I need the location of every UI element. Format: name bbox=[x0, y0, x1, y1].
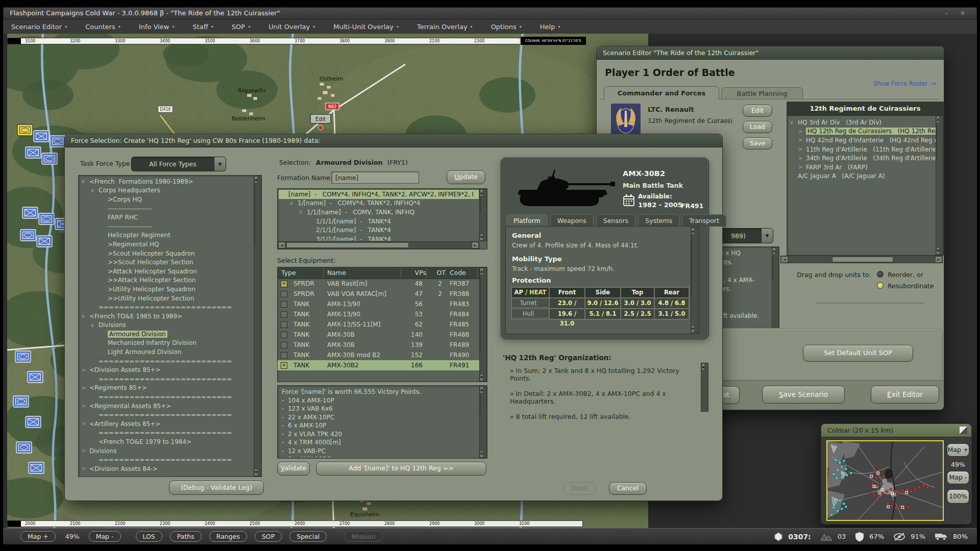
cancel-button[interactable]: Cancel bbox=[609, 482, 647, 495]
chevron-collapsed-icon[interactable]: > bbox=[82, 403, 89, 409]
chevron-expanded-icon[interactable]: v bbox=[91, 322, 99, 328]
tab-transport[interactable]: Transport bbox=[682, 214, 726, 227]
chevron-expanded-icon[interactable]: v bbox=[82, 179, 89, 184]
unit-counter[interactable] bbox=[34, 131, 49, 142]
regiment-tree-item[interactable]: >11th Reg d'Artillerie (11th Reg d'Artil… bbox=[788, 145, 942, 154]
tree-item[interactable]: >Utility Helicopter Squadron bbox=[80, 285, 253, 294]
chevron-collapsed-icon[interactable]: > bbox=[798, 146, 806, 152]
validate-button[interactable]: Validate bbox=[277, 462, 310, 475]
regiment-tree-item[interactable]: >FARP 3rd Ar (FARP) bbox=[788, 163, 942, 172]
equipment-table-scrollbar[interactable]: ▲▼ bbox=[479, 267, 487, 382]
formation-name-input[interactable]: [name] bbox=[331, 171, 419, 184]
regiment-tree-scrollbar[interactable]: ▲▼ bbox=[936, 115, 943, 255]
tab-commander-and-forces[interactable]: Commander and Forces bbox=[604, 86, 719, 99]
chevron-collapsed-icon[interactable]: > bbox=[82, 385, 89, 391]
unit-detail-scrollbar[interactable]: ▲▼ bbox=[691, 227, 698, 333]
minimap-zoom-out-button[interactable]: Map - bbox=[947, 471, 969, 484]
equipment-row[interactable]: TANKAMX-30B139FR489 bbox=[278, 340, 479, 350]
checkbox-unchecked[interactable] bbox=[281, 291, 287, 297]
tab-weapons[interactable]: Weapons bbox=[550, 214, 594, 227]
unit-counter[interactable] bbox=[26, 416, 41, 428]
equipment-row[interactable]: ✕SPRDRVAB Rasit[m]482FR387 bbox=[278, 279, 479, 289]
chevron-expanded-icon[interactable]: v bbox=[91, 188, 99, 193]
tree-item[interactable]: ========================== bbox=[80, 392, 253, 402]
tree-item[interactable]: ========================== bbox=[80, 410, 253, 419]
edit-button[interactable]: Edit bbox=[743, 105, 772, 117]
unit-counter[interactable] bbox=[28, 371, 43, 383]
menu-multi-unit-overlay[interactable]: Multi-Unit Overlay▾ bbox=[333, 23, 399, 31]
equipment-row[interactable]: TANKAMX-13/9053FR484 bbox=[278, 309, 479, 319]
menu-counters[interactable]: Counters▾ bbox=[85, 23, 120, 31]
chevron-collapsed-icon[interactable]: > bbox=[798, 164, 806, 170]
unit-counter[interactable] bbox=[13, 396, 29, 407]
tree-item[interactable]: v<French TO&E 1985 to 1989> bbox=[80, 312, 253, 321]
window-controls[interactable]: – ✕ bbox=[945, 8, 970, 19]
tree-item[interactable]: 2/1/1/[name] - TANK*4 bbox=[279, 226, 479, 235]
force-summary-scrollbar[interactable]: ▲▼ bbox=[479, 386, 487, 458]
menu-info-view[interactable]: Info View▾ bbox=[139, 23, 175, 31]
exit-editor-button[interactable]: Exit Editor bbox=[871, 386, 939, 404]
ranges-button[interactable]: Ranges bbox=[209, 531, 247, 542]
unit-counter[interactable] bbox=[16, 442, 32, 453]
tree-item[interactable]: v1/1/[name] - COMV, TANK, INFHQ bbox=[279, 208, 479, 217]
chevron-expanded-icon[interactable]: v bbox=[82, 313, 89, 319]
regiment-tree-item[interactable]: >HQ 12th Reg de Cuirassiers (HQ 12th Reg… bbox=[788, 127, 942, 136]
set-default-unit-sop-button[interactable]: Set Default Unit SOP bbox=[803, 345, 913, 362]
unit-counter[interactable] bbox=[37, 236, 52, 247]
tree-item[interactable]: ><Division Assets 84-> bbox=[80, 464, 253, 473]
tree-item[interactable]: vCorps Headquarters bbox=[80, 186, 253, 195]
menu-scenario-editor[interactable]: Scenario Editor▾ bbox=[11, 23, 67, 31]
chevron-collapsed-icon[interactable]: > bbox=[82, 421, 89, 427]
unit-counter[interactable] bbox=[26, 147, 41, 158]
resize-icon[interactable] bbox=[960, 427, 967, 434]
checkbox-unchecked[interactable] bbox=[281, 342, 287, 348]
save-scenario-button[interactable]: Save Scenario bbox=[762, 386, 845, 404]
tree-item[interactable]: vDivisions bbox=[80, 321, 253, 330]
tree-item[interactable]: ><Division Assets 85+> bbox=[80, 365, 253, 374]
chevron-down-icon[interactable]: ▼ bbox=[214, 157, 226, 171]
tree-item[interactable]: FARP RHC bbox=[80, 213, 253, 222]
chevron-expanded-icon[interactable]: v bbox=[281, 191, 288, 197]
equipment-row[interactable]: SPRDRVAB VOA RATAC[m]472FR388 bbox=[278, 289, 479, 299]
menu-unit-overlay[interactable]: Unit Overlay▾ bbox=[268, 23, 315, 31]
tree-item[interactable]: -------------------- bbox=[80, 222, 253, 231]
checkbox-unchecked[interactable] bbox=[281, 332, 287, 338]
tree-item[interactable]: >Scout Helicopter Squadron bbox=[80, 249, 253, 258]
tree-item[interactable]: ><Regimental Assets 85+> bbox=[80, 402, 253, 411]
checkbox-checked[interactable]: ✕ bbox=[281, 281, 287, 287]
special-button[interactable]: Special bbox=[289, 531, 327, 542]
tree-item[interactable]: ><Regiments 85+> bbox=[80, 384, 253, 393]
tree-item[interactable]: ========================== bbox=[80, 374, 253, 384]
tree-item[interactable]: 3/1/1/[name] - TANK*4 bbox=[279, 235, 479, 241]
menu-sop[interactable]: SOP▾ bbox=[232, 23, 250, 31]
chevron-expanded-icon[interactable]: v bbox=[290, 201, 298, 206]
los-button[interactable]: LOS bbox=[136, 531, 162, 542]
chevron-collapsed-icon[interactable]: > bbox=[82, 367, 89, 373]
tree-item[interactable]: >>Scout Helicopter Section bbox=[80, 258, 253, 267]
menu-staff[interactable]: Staff▾ bbox=[193, 23, 213, 31]
regiment-tree-item[interactable]: A/C Jaguar A (A/C Jaguar A) bbox=[788, 172, 942, 181]
equipment-row[interactable]: TANKAMX-13/SS-11[M]62FR485 bbox=[278, 319, 479, 330]
equipment-row[interactable]: TANKAMX-30B140FR488 bbox=[278, 330, 479, 340]
tree-item[interactable]: >>Utility Helicopter Section bbox=[80, 294, 253, 303]
regiment-tree-hscrollbar[interactable]: ◄ ► bbox=[780, 256, 943, 263]
tab-systems[interactable]: Systems bbox=[638, 214, 679, 227]
minimap-zoom-full-button[interactable]: 100% bbox=[947, 489, 969, 504]
menu-terrain-overlay[interactable]: Terrain Overlay▾ bbox=[417, 23, 473, 31]
tree-item[interactable]: <French TO&E 1979 to 1984> bbox=[80, 437, 253, 446]
tree-item[interactable]: ========================== bbox=[80, 303, 253, 312]
paths-button[interactable]: Paths bbox=[170, 531, 202, 542]
show-force-roster-link[interactable]: Show Force Roster -> bbox=[873, 80, 937, 87]
chevron-down-icon[interactable]: ▼ bbox=[761, 229, 773, 243]
organization-scrollbar[interactable]: ▲ bbox=[701, 363, 708, 412]
formation-tree-hscrollbar[interactable]: ◄ ► bbox=[278, 241, 479, 249]
tree-item[interactable]: >Divisions bbox=[80, 446, 253, 456]
tab-battle-planning[interactable]: Battle Planning bbox=[721, 87, 803, 99]
unit-counter[interactable] bbox=[50, 136, 65, 147]
formation-tree-scrollbar[interactable]: ▲▼ bbox=[479, 189, 487, 241]
tree-item[interactable]: Helicopter Regiment bbox=[80, 231, 253, 240]
checkbox-unchecked[interactable] bbox=[281, 301, 287, 308]
equipment-row[interactable]: TANKAMX-13/9056FR483 bbox=[278, 299, 479, 309]
map-zoom-in-button[interactable]: Map + bbox=[20, 531, 56, 542]
minimap-canvas[interactable] bbox=[826, 440, 944, 521]
